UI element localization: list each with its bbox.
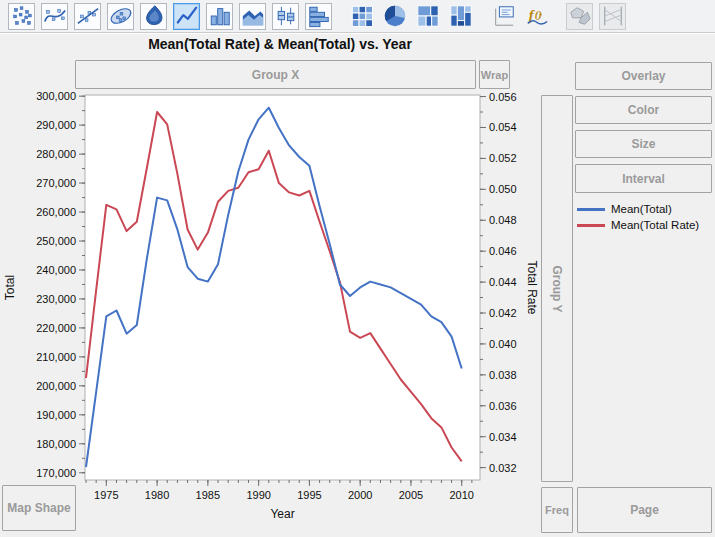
x-axis-tick-label: 1990 (246, 489, 270, 501)
caption-box-icon (492, 4, 516, 28)
y-right-tick-label: 0.042 (489, 307, 517, 319)
line-element-icon-button[interactable] (173, 3, 200, 30)
plot-frame[interactable] (85, 95, 480, 480)
chart-legend: Mean(Total)Mean(Total Rate) (577, 201, 715, 233)
x-axis-title: Year (270, 507, 294, 521)
y-right-tick-label: 0.038 (489, 369, 517, 381)
dropzone-wrap-label: Wrap (481, 69, 508, 81)
smoother-icon (43, 4, 67, 28)
mosaic-element-icon-button[interactable] (447, 3, 474, 30)
treemap-element-icon-button[interactable] (414, 3, 441, 30)
bar-icon (208, 4, 232, 28)
chart-title: Mean(Total Rate) & Mean(Total) vs. Year (60, 36, 500, 56)
y-left-tick-label: 190,000 (36, 409, 76, 421)
y-right-axis-title: Total Rate (525, 260, 539, 314)
ellipse-icon (109, 4, 133, 28)
y-right-tick-label: 0.048 (489, 214, 517, 226)
legend-item-label: Mean(Total) (611, 203, 672, 215)
dropzone-overlay-label: Overlay (621, 69, 665, 83)
y-right-tick-label: 0.034 (489, 431, 517, 443)
box-plot-icon (274, 4, 298, 28)
dropzone-group-x-label: Group X (252, 68, 299, 82)
dropzone-color[interactable]: Color (575, 96, 712, 124)
dropzone-freq-label: Freq (545, 504, 569, 516)
y-right-tick-label: 0.050 (489, 183, 517, 195)
line-of-fit-element-icon-button[interactable] (74, 3, 101, 30)
y-left-tick-label: 230,000 (36, 293, 76, 305)
dropzone-interval-label: Interval (622, 172, 665, 186)
formula-element-icon-button[interactable]: f() (523, 3, 550, 30)
caption-box-element-icon-button[interactable] (490, 3, 517, 30)
legend-item[interactable]: Mean(Total Rate) (577, 217, 715, 233)
formula-icon: f() (525, 4, 549, 28)
dropzone-interval[interactable]: Interval (575, 164, 712, 193)
graph-builder-window: f() Mean(Total Rate) & Mean(Total) vs. Y… (0, 0, 715, 537)
area-element-icon-button[interactable] (239, 3, 266, 30)
map-shapes-icon (568, 4, 592, 28)
bar-element-icon-button[interactable] (206, 3, 233, 30)
y-right-tick-label: 0.054 (489, 121, 517, 133)
x-axis-tick-label: 1995 (297, 489, 321, 501)
parallel-icon (601, 4, 625, 28)
x-axis-tick-label: 2005 (399, 489, 423, 501)
dropzone-group-y[interactable]: Group Y (541, 95, 573, 482)
dropzone-map-shape[interactable]: Map Shape (2, 485, 76, 531)
y-left-tick-label: 220,000 (36, 322, 76, 334)
dropzone-color-label: Color (628, 103, 659, 117)
y-left-tick-label: 250,000 (36, 235, 76, 247)
contour-icon (142, 4, 166, 28)
y-left-tick-label: 270,000 (36, 177, 76, 189)
box-plot-element-icon-button[interactable] (272, 3, 299, 30)
y-right-tick-label: 0.056 (489, 91, 517, 103)
y-left-tick-label: 290,000 (36, 119, 76, 131)
y-left-tick-label: 300,000 (36, 90, 76, 102)
y-right-tick-label: 0.040 (489, 338, 517, 350)
line-of-fit-icon (76, 4, 100, 28)
chart-plot[interactable]: 19751980198519901995200020052010170,0001… (0, 90, 540, 537)
points-element-icon-button[interactable] (8, 3, 35, 30)
legend-line-swatch (577, 224, 605, 227)
contour-element-icon-button[interactable] (140, 3, 167, 30)
x-axis-tick-label: 1975 (94, 489, 118, 501)
y-left-tick-label: 180,000 (36, 438, 76, 450)
heatmap-icon (350, 4, 374, 28)
points-icon (10, 4, 34, 28)
parallel-element-icon-button (599, 3, 626, 30)
dropzone-group-x[interactable]: Group X (75, 60, 476, 89)
x-axis-tick-label: 1980 (145, 489, 169, 501)
x-axis-tick-label: 2010 (449, 489, 473, 501)
dropzone-page[interactable]: Page (577, 487, 712, 533)
dropzone-map-shape-label: Map Shape (7, 501, 70, 515)
dropzone-freq[interactable]: Freq (541, 487, 573, 533)
treemap-icon (416, 4, 440, 28)
pie-element-icon-button[interactable] (381, 3, 408, 30)
pie-icon (383, 4, 407, 28)
dropzone-overlay[interactable]: Overlay (575, 62, 712, 90)
dropzone-group-y-label: Group Y (550, 265, 564, 312)
heatmap-element-icon-button[interactable] (348, 3, 375, 30)
y-right-tick-label: 0.036 (489, 400, 517, 412)
map-shapes-element-icon-button (566, 3, 593, 30)
area-icon (241, 4, 265, 28)
dropzone-page-label: Page (630, 503, 659, 517)
y-right-tick-label: 0.052 (489, 152, 517, 164)
smoother-element-icon-button[interactable] (41, 3, 68, 30)
y-left-tick-label: 170,000 (36, 467, 76, 479)
x-axis-tick-label: 1985 (196, 489, 220, 501)
dropzone-size[interactable]: Size (575, 130, 712, 158)
legend-item[interactable]: Mean(Total) (577, 201, 715, 217)
y-left-tick-label: 200,000 (36, 380, 76, 392)
y-left-axis-title: Total (3, 275, 17, 300)
y-right-tick-label: 0.044 (489, 276, 517, 288)
element-type-toolbar: f() (0, 0, 715, 33)
dropzone-wrap[interactable]: Wrap (479, 60, 510, 89)
y-left-tick-label: 280,000 (36, 148, 76, 160)
ellipse-element-icon-button[interactable] (107, 3, 134, 30)
histogram-element-icon-button[interactable] (305, 3, 332, 30)
line-icon (175, 4, 199, 28)
y-left-tick-label: 210,000 (36, 351, 76, 363)
legend-item-label: Mean(Total Rate) (611, 219, 699, 231)
y-left-tick-label: 260,000 (36, 206, 76, 218)
y-right-tick-label: 0.032 (489, 462, 517, 474)
y-right-tick-label: 0.046 (489, 245, 517, 257)
